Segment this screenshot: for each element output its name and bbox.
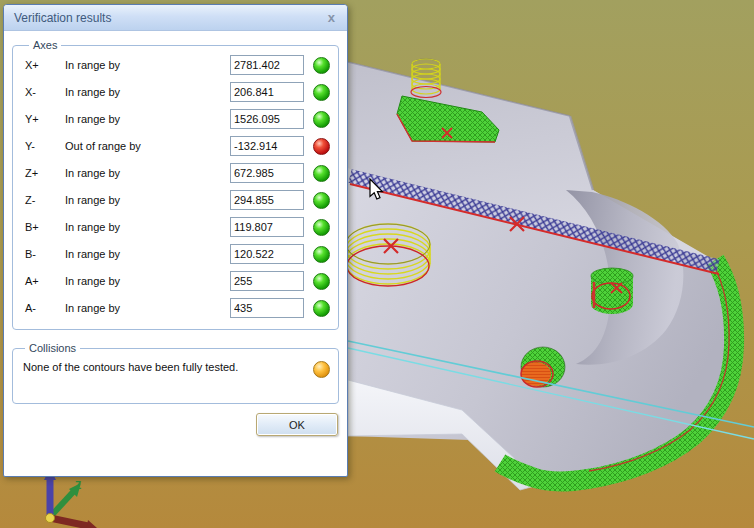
axis-status-led-red: [313, 138, 330, 155]
axis-value-field[interactable]: [230, 163, 304, 183]
mouse-cursor: [369, 178, 389, 204]
axis-value-field[interactable]: [230, 109, 304, 129]
axis-status-led-green: [313, 192, 330, 209]
collisions-line: None of the contours have been fully tes…: [21, 358, 330, 378]
collisions-status-led: [313, 361, 330, 378]
axis-status-text: Out of range by: [65, 140, 230, 152]
axes-rows-container: X+ In range by X- In range by Y+ In rang…: [25, 55, 330, 318]
axis-triad-z-label: Z: [75, 480, 81, 491]
axis-row: X+ In range by: [25, 55, 330, 75]
axis-name: B+: [25, 221, 65, 233]
collisions-group-label: Collisions: [25, 342, 80, 354]
axis-status-led-green: [313, 219, 330, 236]
axis-value-field[interactable]: [230, 55, 304, 75]
axis-value-field[interactable]: [230, 217, 304, 237]
verification-results-dialog: Verification results x Axes X+ In range …: [3, 4, 348, 477]
axis-value-field[interactable]: [230, 82, 304, 102]
axis-row: B- In range by: [25, 244, 330, 264]
axis-value-field[interactable]: [230, 298, 304, 318]
axis-name: Y+: [25, 113, 65, 125]
axis-row: X- In range by: [25, 82, 330, 102]
axis-name: B-: [25, 248, 65, 260]
application-window: Z Verification results x Axes X+ In rang…: [0, 0, 754, 528]
axis-name: Z-: [25, 194, 65, 206]
axis-status-text: In range by: [65, 59, 230, 71]
dialog-title: Verification results: [14, 11, 326, 25]
dialog-titlebar[interactable]: Verification results x: [4, 5, 347, 31]
axis-row: A- In range by: [25, 298, 330, 318]
axis-name: X+: [25, 59, 65, 71]
axis-status-led-green: [313, 57, 330, 74]
axis-row: Y- Out of range by: [25, 136, 330, 156]
axis-status-led-green: [313, 246, 330, 263]
axis-row: Z+ In range by: [25, 163, 330, 183]
axis-status-led-green: [313, 273, 330, 290]
ok-button[interactable]: OK: [256, 413, 338, 436]
axis-status-text: In range by: [65, 86, 230, 98]
toolpath-cylinder-green-2: [521, 347, 565, 387]
axis-status-led-green: [313, 300, 330, 317]
axis-value-field[interactable]: [230, 271, 304, 291]
axis-name: Z+: [25, 167, 65, 179]
axis-status-text: In range by: [65, 275, 230, 287]
axis-status-led-green: [313, 84, 330, 101]
axis-name: A-: [25, 302, 65, 314]
toolpath-cylinder-green-1: [591, 268, 633, 314]
axis-row: B+ In range by: [25, 217, 330, 237]
collisions-message: None of the contours have been fully tes…: [23, 361, 305, 373]
axis-status-text: In range by: [65, 194, 230, 206]
axis-status-text: In range by: [65, 221, 230, 233]
axis-row: A+ In range by: [25, 271, 330, 291]
axis-name: Y-: [25, 140, 65, 152]
axis-row: Z- In range by: [25, 190, 330, 210]
close-icon[interactable]: x: [326, 11, 337, 24]
axes-group-label: Axes: [29, 39, 61, 51]
button-row: OK: [12, 404, 339, 436]
axis-status-text: In range by: [65, 167, 230, 179]
dialog-body: Axes X+ In range by X- In range by Y+ In…: [4, 31, 347, 436]
axis-status-led-green: [313, 111, 330, 128]
axis-status-text: In range by: [65, 302, 230, 314]
axis-status-led-green: [313, 165, 330, 182]
axis-value-field[interactable]: [230, 244, 304, 264]
axis-status-text: In range by: [65, 248, 230, 260]
axis-name: A+: [25, 275, 65, 287]
axes-group: Axes X+ In range by X- In range by Y+ In…: [12, 39, 339, 330]
axis-value-field[interactable]: [230, 190, 304, 210]
collisions-group: Collisions None of the contours have bee…: [12, 342, 339, 404]
axis-name: X-: [25, 86, 65, 98]
axis-status-text: In range by: [65, 113, 230, 125]
axis-row: Y+ In range by: [25, 109, 330, 129]
axis-value-field[interactable]: [230, 136, 304, 156]
